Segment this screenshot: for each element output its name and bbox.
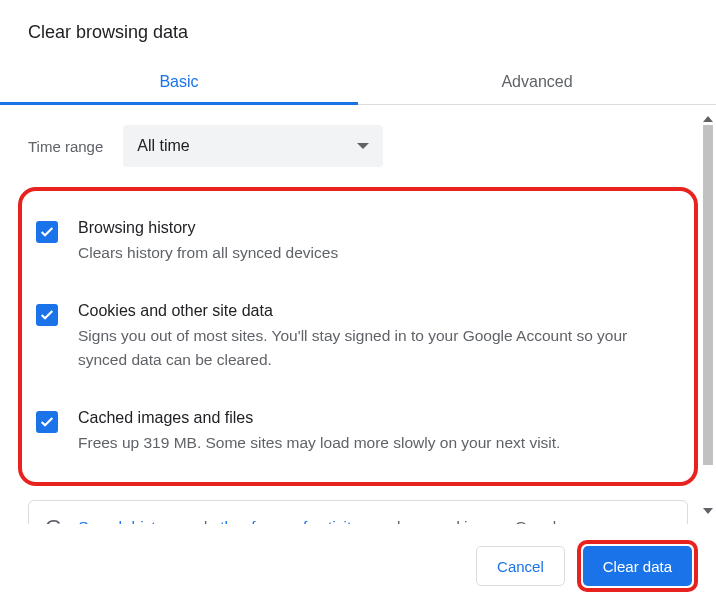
content: Time range All time Browsing history Cle…	[0, 105, 716, 525]
option-cached: Cached images and files Frees up 319 MB.…	[30, 399, 680, 464]
link-search-history[interactable]: Search history	[78, 518, 177, 525]
scroll-down-icon[interactable]	[702, 505, 714, 517]
cancel-button[interactable]: Cancel	[476, 546, 565, 586]
info-text: Search history and other forms of activi…	[78, 515, 565, 525]
time-range-row: Time range All time	[28, 125, 688, 167]
option-title: Cached images and files	[78, 409, 674, 427]
scroll-up-icon[interactable]	[702, 113, 714, 125]
checkbox-browsing-history[interactable]	[36, 221, 58, 243]
option-cookies: Cookies and other site data Signs you ou…	[30, 292, 680, 381]
tabs: Basic Advanced	[0, 59, 716, 105]
options-highlight: Browsing history Clears history from all…	[18, 187, 698, 486]
google-logo-icon: G	[45, 515, 62, 525]
option-browsing-history: Browsing history Clears history from all…	[30, 209, 680, 274]
link-other-activity[interactable]: other forms of activity	[212, 518, 359, 525]
clear-browsing-data-dialog: Clear browsing data Basic Advanced Time …	[0, 0, 716, 600]
tab-basic-label: Basic	[159, 73, 198, 90]
clear-data-button[interactable]: Clear data	[583, 546, 692, 586]
cancel-button-label: Cancel	[497, 558, 544, 575]
tab-advanced[interactable]: Advanced	[358, 59, 716, 104]
scroll-thumb[interactable]	[703, 125, 713, 465]
checkbox-cached[interactable]	[36, 411, 58, 433]
option-desc: Signs you out of most sites. You'll stay…	[78, 324, 674, 371]
google-activity-info: G Search history and other forms of acti…	[28, 500, 688, 525]
dialog-title: Clear browsing data	[0, 0, 716, 59]
check-icon	[39, 307, 55, 323]
tab-basic[interactable]: Basic	[0, 59, 358, 104]
option-text: Cookies and other site data Signs you ou…	[78, 302, 674, 371]
time-range-label: Time range	[28, 138, 103, 155]
option-title: Browsing history	[78, 219, 674, 237]
option-text: Browsing history Clears history from all…	[78, 219, 674, 264]
clear-button-label: Clear data	[603, 558, 672, 575]
option-desc: Clears history from all synced devices	[78, 241, 674, 264]
clear-button-highlight: Clear data	[577, 540, 698, 592]
time-range-value: All time	[137, 137, 189, 155]
check-icon	[39, 414, 55, 430]
check-icon	[39, 224, 55, 240]
scrollbar[interactable]	[702, 113, 714, 517]
dialog-footer: Cancel Clear data	[0, 532, 716, 600]
option-title: Cookies and other site data	[78, 302, 674, 320]
time-range-select[interactable]: All time	[123, 125, 383, 167]
tab-advanced-label: Advanced	[501, 73, 572, 90]
scroll-area: Time range All time Browsing history Cle…	[0, 105, 716, 525]
scroll-track[interactable]	[702, 125, 714, 505]
info-mid1: and	[177, 518, 211, 525]
info-tail: may be saved in your Google	[359, 518, 565, 525]
option-text: Cached images and files Frees up 319 MB.…	[78, 409, 674, 454]
checkbox-cookies[interactable]	[36, 304, 58, 326]
chevron-down-icon	[357, 143, 369, 149]
option-desc: Frees up 319 MB. Some sites may load mor…	[78, 431, 674, 454]
